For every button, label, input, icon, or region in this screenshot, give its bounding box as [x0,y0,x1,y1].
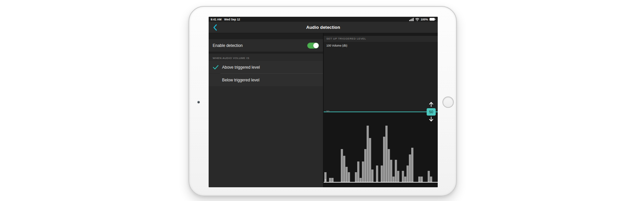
app-screen: 9:41 AMWed Sep 12 100% [209,17,438,187]
panel-gap [324,33,438,36]
histogram-bar [355,172,357,182]
histogram-bar [383,137,385,182]
histogram-bar [409,154,411,182]
battery-icon [429,18,436,21]
option-label: Above triggered level [222,65,260,70]
section-header: WHEN AUDIO VOLUME IS [209,54,323,61]
home-button[interactable] [442,96,454,108]
status-right: 100% [409,18,436,21]
trigger-level-panel: SET UP TRIGGERED LEVEL 100 Volume (db) 5… [324,33,438,187]
page-title: Audio detection [209,22,438,33]
checkmark-icon [213,65,220,70]
wifi-icon [415,18,419,21]
histogram-bar [345,167,348,182]
enable-detection-toggle[interactable] [307,43,319,49]
histogram-bar [395,160,397,182]
histogram-bar [385,126,388,182]
histogram-bar [430,177,432,182]
histogram-bar [404,177,407,182]
cellular-signal-icon [409,18,414,21]
threshold-line-label: 50 [326,110,329,113]
histogram-bar [376,165,378,182]
histogram-bar [331,178,334,182]
settings-panel: Enable detection WHEN AUDIO VOLUME IS [209,33,324,187]
toggle-knob [313,43,319,48]
panel-gap [209,33,323,39]
histogram-bar [397,171,399,182]
histogram-bar [388,149,390,182]
histogram-bar [418,177,421,182]
histogram-bar [341,149,343,182]
histogram-bar [367,126,369,182]
page-background: 9:41 AMWed Sep 12 100% [0,0,644,201]
option-below-triggered-level[interactable]: Below triggered level [209,74,323,86]
status-left: 9:41 AMWed Sep 12 [211,18,243,21]
histogram-bar [390,160,392,182]
chart-baseline [324,182,438,183]
histogram-bar [360,178,362,182]
camera-dot [197,101,200,104]
histogram-bar [343,156,345,182]
navigation-bar: Audio detection [209,22,438,33]
enable-detection-label: Enable detection [213,43,243,48]
option-above-triggered-level[interactable]: Above triggered level [209,61,323,73]
option-label: Below triggered level [222,78,259,82]
increase-threshold-arrow-icon[interactable] [429,102,433,107]
trigger-panel-header: SET UP TRIGGERED LEVEL [324,36,438,42]
histogram-bar [402,171,404,182]
histogram-bar [371,170,374,182]
histogram-bar [364,149,367,182]
threshold-badge[interactable]: 50 [427,108,436,116]
histogram-bar [348,172,350,182]
histogram-bar [329,178,331,182]
threshold-line[interactable] [324,112,438,112]
status-bar: 9:41 AMWed Sep 12 100% [209,17,438,22]
volume-chart: 100 Volume (db) 50 50 0 [324,42,438,187]
tablet-frame: 9:41 AMWed Sep 12 100% [189,6,457,196]
battery-percent: 100% [421,18,428,21]
content-area: Enable detection WHEN AUDIO VOLUME IS [209,33,438,187]
histogram-bar [428,171,430,182]
histogram-bar [369,138,371,182]
histogram-bar [362,161,364,182]
y-zero-label: 0 [325,179,326,182]
status-date: Wed Sep 12 [224,18,240,21]
decrease-threshold-arrow-icon[interactable] [429,117,433,122]
histogram-bar [392,177,395,182]
histogram-bar [421,177,423,182]
histogram-bar [411,148,414,182]
status-time: 9:41 AM [211,18,221,21]
enable-detection-row[interactable]: Enable detection [209,39,323,52]
histogram-bar [357,161,360,182]
histogram-bar [407,165,409,182]
histogram-bar [381,165,383,182]
